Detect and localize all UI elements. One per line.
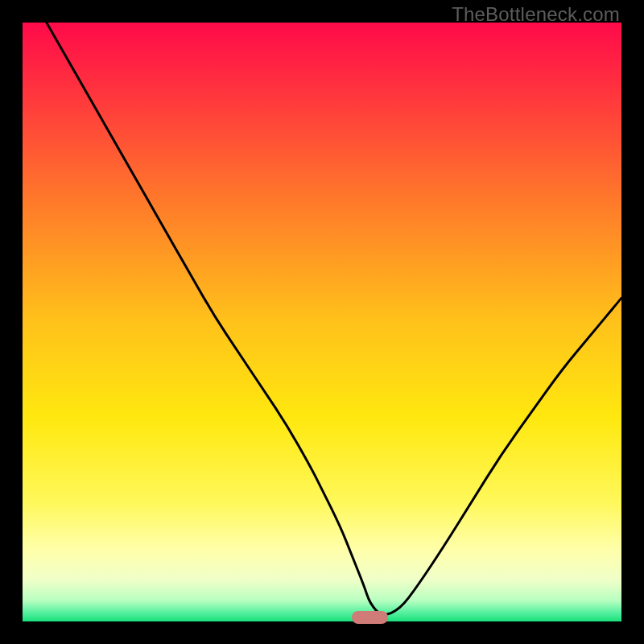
gradient-background (23, 23, 621, 621)
bottleneck-chart (23, 23, 621, 621)
chart-frame (23, 23, 621, 621)
optimal-marker (352, 611, 388, 624)
